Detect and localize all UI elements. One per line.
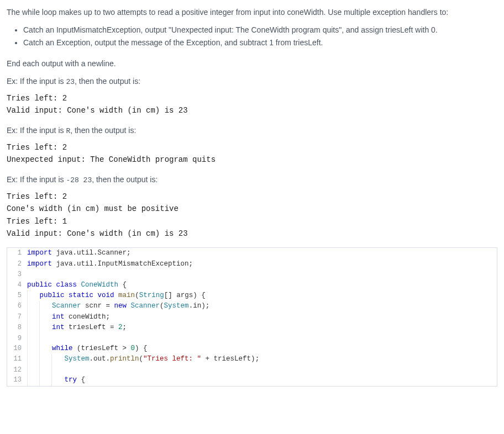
code-line: 1import java.util.Scanner; — [7, 248, 497, 258]
code-cell[interactable]: System.out.println("Tries left: " + trie… — [26, 354, 497, 364]
ex1-input: 23 — [66, 78, 75, 86]
code-cell[interactable]: import java.util.Scanner; — [26, 248, 497, 258]
code-line: 6 Scanner scnr = new Scanner(System.in); — [7, 301, 497, 311]
code-table: 1import java.util.Scanner;2import java.u… — [7, 248, 497, 386]
line-number: 8 — [7, 322, 26, 333]
line-number: 13 — [7, 375, 26, 385]
code-cell[interactable]: import java.util.InputMismatchException; — [26, 259, 497, 269]
code-cell[interactable]: int triesLeft = 2; — [26, 322, 497, 333]
line-number: 4 — [7, 280, 26, 290]
code-line: 11 System.out.println("Tries left: " + t… — [7, 354, 497, 364]
code-line: 7 int coneWidth; — [7, 312, 497, 322]
bullet-2: Catch an Exception, output the message o… — [23, 37, 497, 49]
code-cell[interactable] — [26, 269, 497, 280]
code-cell[interactable]: Scanner scnr = new Scanner(System.in); — [26, 301, 497, 311]
line-number: 7 — [7, 312, 26, 322]
ex1-pre: Ex: If the input is — [7, 77, 66, 86]
line-number: 3 — [7, 269, 26, 280]
ex3-post: , then the output is: — [92, 175, 158, 184]
code-cell[interactable]: int coneWidth; — [26, 312, 497, 322]
line-number: 11 — [7, 354, 26, 364]
example-2-label: Ex: If the input is R, then the output i… — [7, 125, 497, 137]
instruction-list: Catch an InputMismatchException, output … — [7, 24, 497, 49]
code-line: 9 — [7, 334, 497, 344]
line-number: 6 — [7, 301, 26, 311]
code-line: 13 try { — [7, 375, 497, 385]
code-line: 8 int triesLeft = 2; — [7, 322, 497, 333]
ex3-pre: Ex: If the input is — [7, 175, 66, 184]
intro-text: The while loop makes up to two attempts … — [7, 7, 497, 19]
example-2-output: Tries left: 2 Unexpected input: The Cone… — [7, 141, 497, 166]
code-line: 3 — [7, 269, 497, 280]
line-number: 9 — [7, 334, 26, 344]
code-line: 5 public static void main(String[] args)… — [7, 290, 497, 301]
example-1-output: Tries left: 2 Valid input: Cone's width … — [7, 92, 497, 117]
code-cell[interactable]: public static void main(String[] args) { — [26, 290, 497, 301]
line-number: 2 — [7, 259, 26, 269]
bullet-1: Catch an InputMismatchException, output … — [23, 24, 497, 36]
line-number: 10 — [7, 343, 26, 354]
code-cell[interactable] — [26, 334, 497, 344]
end-note: End each output with a newline. — [7, 58, 497, 70]
line-number: 12 — [7, 365, 26, 375]
code-line: 12 — [7, 365, 497, 375]
code-editor[interactable]: 1import java.util.Scanner;2import java.u… — [7, 247, 497, 387]
example-3-label: Ex: If the input is -28 23, then the out… — [7, 174, 497, 186]
ex2-post: , then the output is: — [70, 126, 136, 135]
code-cell[interactable]: try { — [26, 375, 497, 385]
ex2-pre: Ex: If the input is — [7, 126, 66, 135]
example-3-output: Tries left: 2 Cone's width (in cm) must … — [7, 190, 497, 240]
code-line: 10 while (triesLeft > 0) { — [7, 343, 497, 354]
code-cell[interactable]: public class ConeWidth { — [26, 280, 497, 290]
line-number: 5 — [7, 290, 26, 301]
code-cell[interactable]: while (triesLeft > 0) { — [26, 343, 497, 354]
ex3-input: -28 23 — [66, 176, 92, 184]
code-scroll[interactable]: 1import java.util.Scanner;2import java.u… — [7, 248, 497, 386]
ex1-post: , then the output is: — [75, 77, 140, 86]
example-1-label: Ex: If the input is 23, then the output … — [7, 76, 497, 88]
code-line: 4public class ConeWidth { — [7, 280, 497, 290]
code-line: 2import java.util.InputMismatchException… — [7, 259, 497, 269]
line-number: 1 — [7, 248, 26, 258]
code-cell[interactable] — [26, 365, 497, 375]
